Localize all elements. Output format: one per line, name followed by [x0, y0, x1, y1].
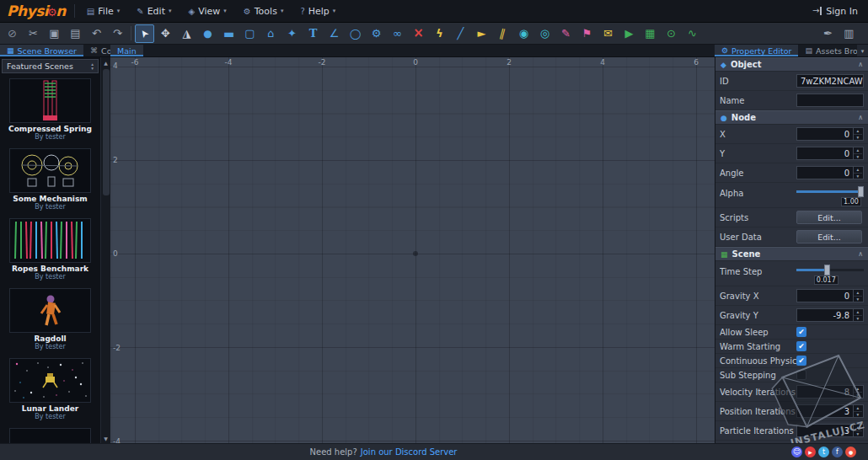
- spinner-up-icon[interactable]: ▴: [854, 290, 862, 297]
- alpha-slider[interactable]: 1.00: [796, 183, 864, 207]
- flag-tool-button[interactable]: ⚑: [577, 24, 597, 43]
- move-tool-button[interactable]: ✥: [156, 24, 175, 43]
- y-input[interactable]: 0▴▾: [796, 147, 864, 160]
- paste-tool-button[interactable]: ▤: [66, 24, 85, 43]
- youtube-icon[interactable]: ▶: [805, 447, 816, 457]
- spinner-buttons[interactable]: ▴▾: [853, 425, 862, 436]
- allow-sleep-checkbox[interactable]: ✔: [796, 327, 806, 337]
- capsule-tool-button[interactable]: ▢: [240, 24, 260, 43]
- target-tool-button[interactable]: ⊙: [662, 24, 681, 43]
- x-input[interactable]: 0▴▾: [796, 127, 864, 141]
- select-tool-button[interactable]: ➤: [135, 24, 154, 43]
- polygon-tool-button[interactable]: ⌂: [261, 24, 281, 43]
- gravity-x-input[interactable]: 0▴▾: [796, 289, 864, 302]
- spinner-down-icon[interactable]: ▾: [854, 135, 862, 141]
- spring-tool-button[interactable]: ϟ: [430, 24, 449, 43]
- menu-edit[interactable]: ✎Edit▾: [128, 0, 179, 22]
- scroll-up-icon[interactable]: ▲: [101, 57, 110, 67]
- disabled-tool-button[interactable]: ⊘: [3, 24, 22, 43]
- spinner-down-icon[interactable]: ▾: [854, 154, 862, 160]
- spinner-buttons[interactable]: ▴▾: [853, 128, 862, 140]
- ellipse-tool-button[interactable]: ◯: [346, 24, 365, 43]
- star-tool-button[interactable]: ✦: [282, 24, 302, 43]
- time-step-slider[interactable]: 0.017: [796, 261, 864, 286]
- tab-property-editor[interactable]: ⚙ Property Editor: [715, 45, 798, 56]
- box-tool-button[interactable]: ▬: [219, 24, 238, 43]
- gear-tool-button[interactable]: ⚙: [367, 24, 386, 43]
- laser-tool-button[interactable]: ∥: [493, 24, 512, 43]
- scene-item-some-mechanism[interactable]: Some MechanismBy tester: [0, 146, 100, 216]
- scene-item-ropes-benchmark[interactable]: Ropes BenchmarkBy tester: [0, 216, 100, 286]
- discord-link[interactable]: Join our Discord Server: [361, 447, 458, 457]
- tab-overflow-button[interactable]: ▾: [857, 45, 868, 56]
- spinner-down-icon[interactable]: ▾: [854, 297, 862, 302]
- section-scene[interactable]: ▦Scene∧: [715, 247, 868, 261]
- facebook-icon[interactable]: f: [832, 447, 843, 457]
- wave-tool-button[interactable]: ∿: [683, 24, 702, 43]
- spinner-up-icon[interactable]: ▴: [854, 309, 862, 316]
- tracer-tool-button[interactable]: ►: [472, 24, 491, 43]
- spinner-down-icon[interactable]: ▾: [854, 412, 862, 418]
- scene-item-partial[interactable]: [0, 425, 100, 443]
- pulley-tool-button[interactable]: ◎: [535, 24, 555, 43]
- slider-handle[interactable]: [824, 265, 830, 275]
- mirror-tool-button[interactable]: ◮: [177, 24, 196, 43]
- simulation-canvas[interactable]: -6-4-20246420-2-4: [110, 57, 715, 443]
- section-object[interactable]: ◆Object∧: [715, 57, 868, 72]
- discord-icon[interactable]: ☺: [791, 447, 802, 457]
- cut-tool-button[interactable]: ✂: [24, 24, 43, 43]
- patreon-icon[interactable]: ●: [845, 447, 856, 457]
- water-tool-button[interactable]: ◉: [514, 24, 533, 43]
- velocity-iterations-input[interactable]: 8▴▾: [796, 385, 864, 398]
- section-node[interactable]: ●Node∧: [715, 110, 868, 125]
- spinner-up-icon[interactable]: ▴: [854, 128, 862, 135]
- joint-tool-button[interactable]: ∞: [388, 24, 407, 43]
- delete-tool-button[interactable]: ×: [409, 24, 428, 43]
- spinner-up-icon[interactable]: ▴: [854, 147, 862, 154]
- play-tool-button[interactable]: ▶: [619, 24, 639, 43]
- sub-stepping-checkbox[interactable]: [796, 370, 806, 380]
- scripts-edit-button[interactable]: Edit...: [796, 211, 862, 224]
- continuous-physics-checkbox[interactable]: ✔: [796, 356, 806, 366]
- grid-tool-button[interactable]: ▦: [640, 24, 660, 43]
- text-tool-button[interactable]: T: [303, 24, 323, 43]
- spinner-down-icon[interactable]: ▾: [854, 316, 862, 322]
- menu-help[interactable]: ?Help▾: [292, 0, 344, 22]
- line-tool-button[interactable]: ╱: [451, 24, 470, 43]
- tab-main[interactable]: Main: [110, 45, 143, 56]
- circle-tool-button[interactable]: ●: [198, 24, 217, 43]
- spinner-buttons[interactable]: ▴▾: [853, 167, 862, 179]
- sidebar-scrollbar[interactable]: ▲ ▼: [100, 57, 110, 443]
- spinner-up-icon[interactable]: ▴: [854, 167, 862, 174]
- spinner-buttons[interactable]: ▴▾: [853, 290, 862, 302]
- spinner-buttons[interactable]: ▴▾: [853, 386, 862, 398]
- tab-scene-browser[interactable]: ▦ Scene Browser: [0, 45, 83, 56]
- tab-console[interactable]: ⌘ Cor...: [83, 45, 110, 56]
- scene-item-ragdoll[interactable]: RagdollBy tester: [0, 286, 100, 356]
- scroll-down-icon[interactable]: ▼: [101, 433, 110, 443]
- user-data-edit-button[interactable]: Edit...: [796, 230, 862, 243]
- pen-tool-button[interactable]: ✒: [818, 24, 838, 43]
- menu-tools[interactable]: ⚙Tools▾: [235, 0, 292, 22]
- twitter-icon[interactable]: t: [818, 447, 829, 457]
- undo-tool-button[interactable]: ↶: [87, 24, 106, 43]
- position-iterations-input[interactable]: 3▴▾: [796, 404, 864, 418]
- name-input[interactable]: [796, 94, 864, 107]
- scene-item-compressed-spring[interactable]: Compressed SpringBy tester: [0, 76, 100, 146]
- pencil-tool-button[interactable]: ✎: [556, 24, 576, 43]
- spinner-down-icon[interactable]: ▾: [854, 431, 862, 437]
- scrollbar-thumb[interactable]: [103, 69, 110, 195]
- redo-tool-button[interactable]: ↷: [108, 24, 127, 43]
- id-input[interactable]: 7wZKM2NCAWLb: [796, 74, 864, 88]
- vertices-tool-button[interactable]: ∠: [324, 24, 344, 43]
- gravity-y-input[interactable]: -9.8▴▾: [796, 308, 864, 322]
- spinner-up-icon[interactable]: ▴: [854, 405, 862, 412]
- spinner-down-icon[interactable]: ▾: [854, 174, 862, 179]
- spinner-up-icon[interactable]: ▴: [854, 425, 862, 431]
- spinner-up-icon[interactable]: ▴: [854, 386, 862, 393]
- spinner-buttons[interactable]: ▴▾: [853, 309, 862, 321]
- angle-input[interactable]: 0▴▾: [796, 166, 864, 179]
- spinner-down-icon[interactable]: ▾: [854, 393, 862, 398]
- copy-tool-button[interactable]: ▣: [45, 24, 64, 43]
- menu-view[interactable]: ◈View▾: [179, 0, 234, 22]
